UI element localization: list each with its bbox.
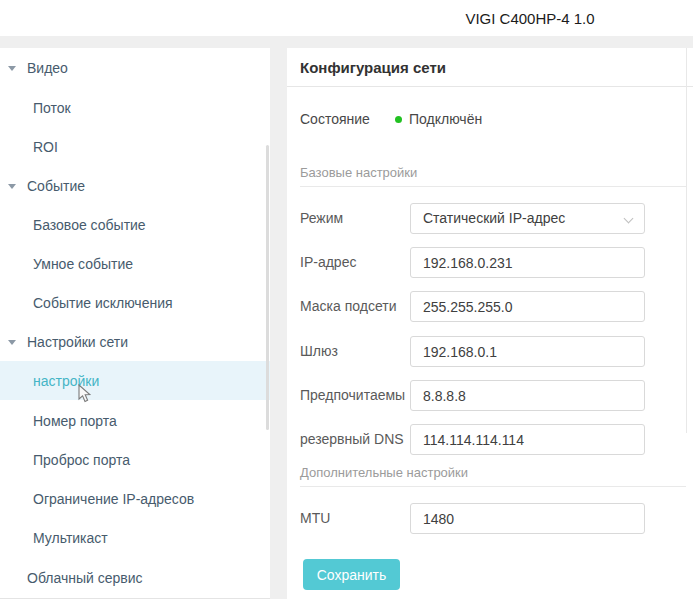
network-config-panel: Конфигурация сети Состояние Подключён Ба… (287, 48, 693, 599)
mtu-input[interactable] (410, 503, 645, 534)
sidebar-item-label: Умное событие (33, 256, 133, 272)
sidebar-nav: Видео Поток ROI Событие Базовое событие … (0, 48, 270, 599)
sidebar-item-multicast[interactable]: Мультикаст (0, 518, 270, 557)
section-advanced-settings: Дополнительные настройки (300, 465, 686, 487)
sidebar-item-label: Видео (27, 60, 68, 76)
gateway-input[interactable] (410, 336, 645, 367)
sidebar-item-event[interactable]: Событие (0, 166, 270, 205)
sidebar-item-label: Ограничение IP-адресов (33, 491, 194, 507)
sidebar-item-smart-event[interactable]: Умное событие (0, 244, 270, 283)
sidebar-item-exception-event[interactable]: Событие исключения (0, 283, 270, 322)
mode-label: Режим (300, 203, 410, 234)
backup-dns-input[interactable] (410, 424, 645, 455)
sidebar-item-label: Событие (27, 178, 85, 194)
sidebar-item-label: Номер порта (33, 413, 117, 429)
mtu-label: MTU (300, 503, 410, 534)
status-dot-icon (395, 116, 402, 123)
sidebar-item-label: Настройки сети (27, 334, 128, 350)
sidebar-item-port-number[interactable]: Номер порта (0, 401, 270, 440)
ip-input[interactable] (410, 247, 645, 278)
sidebar-item-label: Проброс порта (33, 452, 130, 468)
sidebar-item-label: Базовое событие (33, 217, 146, 233)
panel-scrollbar-track[interactable] (686, 48, 687, 433)
sidebar-item-video[interactable]: Видео (0, 48, 270, 87)
sidebar-item-stream[interactable]: Поток (0, 88, 270, 127)
status-label: Состояние (300, 111, 370, 127)
sidebar-item-label: Облачный сервис (27, 570, 143, 586)
save-button[interactable]: Сохранить (303, 559, 400, 590)
chevron-down-icon (8, 66, 16, 71)
sidebar-item-port-forwarding[interactable]: Проброс порта (0, 440, 270, 479)
preferred-dns-input[interactable] (410, 380, 645, 411)
preferred-dns-label: Предпочитаемы (300, 380, 410, 411)
sidebar-item-label: ROI (33, 139, 58, 155)
panel-title-row: Конфигурация сети (287, 48, 693, 87)
sidebar-item-label: Поток (33, 100, 71, 116)
subnet-mask-input[interactable] (410, 291, 645, 322)
mouse-cursor-icon (78, 384, 92, 404)
subnet-mask-label: Маска подсети (300, 291, 410, 322)
sidebar-item-cloud-service[interactable]: Облачный сервис (0, 558, 270, 597)
sidebar-item-label: Мультикаст (33, 530, 108, 546)
chevron-down-icon (624, 214, 634, 224)
gateway-label: Шлюз (300, 336, 410, 367)
chevron-down-icon (8, 184, 16, 189)
page-title: Конфигурация сети (300, 48, 446, 87)
mode-select-value: Статический IP-адрес (423, 210, 565, 226)
backup-dns-label: резервный DNS (300, 424, 410, 455)
sidebar-item-basic-event[interactable]: Базовое событие (0, 205, 270, 244)
sidebar-item-network-settings[interactable]: Настройки сети (0, 322, 270, 361)
section-basic-settings: Базовые настройки (300, 165, 686, 187)
sidebar-item-settings-selected[interactable]: настройки (0, 361, 270, 400)
chevron-down-icon (8, 340, 16, 345)
ip-label: IP-адрес (300, 247, 410, 278)
device-title: VIGI C400HP-4 1.0 (465, 10, 594, 27)
status-value: Подключён (409, 111, 482, 127)
sidebar-item-ip-restriction[interactable]: Ограничение IP-адресов (0, 479, 270, 518)
sidebar-item-roi[interactable]: ROI (0, 127, 270, 166)
sidebar-scrollbar[interactable] (266, 145, 269, 430)
sidebar-item-label: Событие исключения (33, 295, 173, 311)
title-bar: VIGI C400HP-4 1.0 (0, 0, 693, 36)
mode-select[interactable]: Статический IP-адрес (410, 203, 645, 234)
